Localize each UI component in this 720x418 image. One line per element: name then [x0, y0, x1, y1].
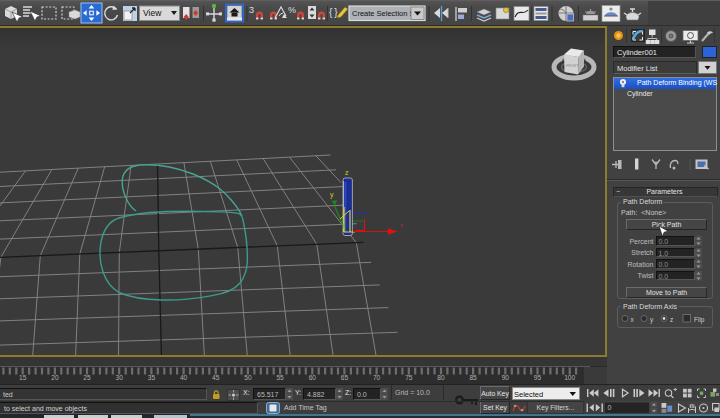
svg-text:x: x [631, 316, 635, 323]
svg-text:View: View [143, 8, 162, 18]
svg-text:3: 3 [249, 5, 254, 15]
svg-text:z: z [345, 169, 349, 176]
svg-text:z: z [670, 316, 673, 323]
svg-text:y: y [650, 316, 654, 324]
svg-text:Flip: Flip [694, 316, 705, 324]
svg-text:Create Selection Se: Create Selection Se [352, 9, 419, 18]
svg-text:0: 0 [608, 404, 612, 411]
svg-text:FRONT: FRONT [566, 64, 579, 68]
svg-text:y: y [330, 191, 334, 199]
svg-text:x: x [400, 222, 403, 228]
svg-text:%: % [288, 5, 296, 15]
svg-text:{ }: { } [329, 7, 338, 18]
